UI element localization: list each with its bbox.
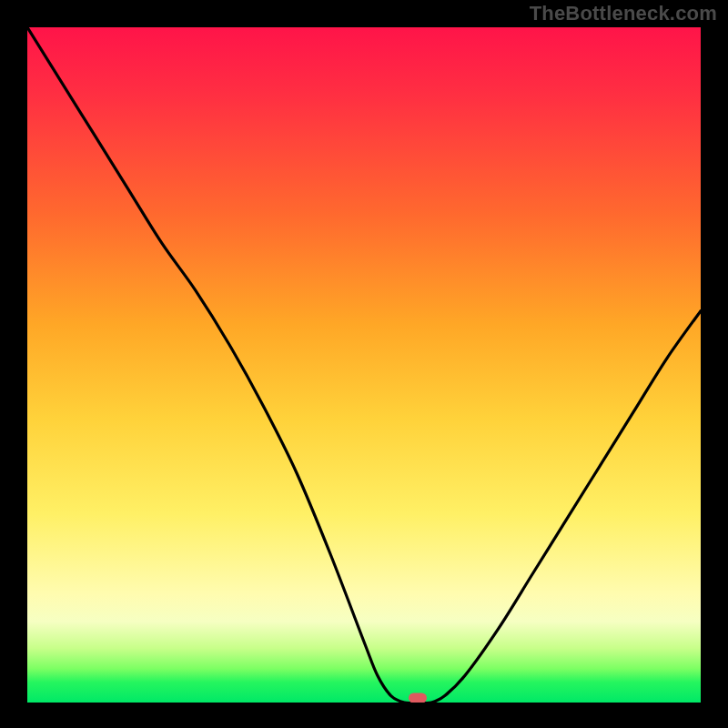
plot-area: [27, 27, 701, 703]
bottleneck-curve: [27, 27, 701, 703]
watermark-text: TheBottleneck.com: [530, 2, 717, 25]
chart-frame: TheBottleneck.com: [0, 0, 728, 728]
optimal-point-marker: [409, 693, 427, 703]
